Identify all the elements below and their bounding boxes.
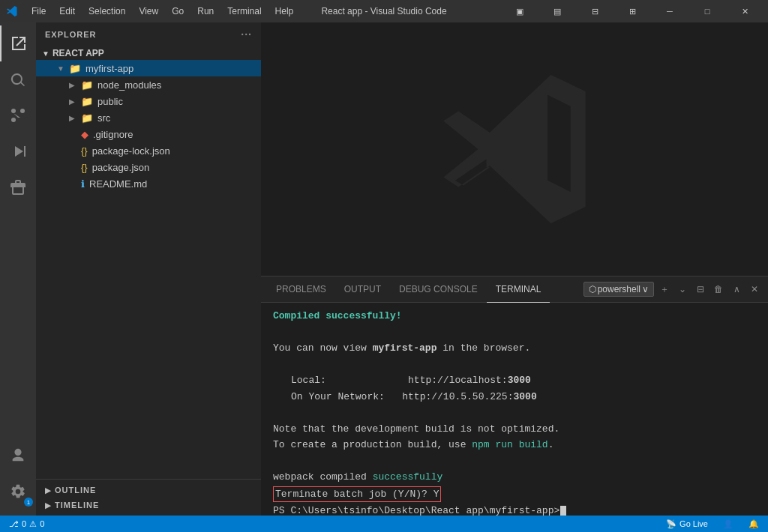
svg-point-0 xyxy=(11,118,16,122)
term-network-url: http://10.5.50.225:3000 xyxy=(402,391,536,402)
menu-file[interactable]: File xyxy=(26,4,52,18)
term-app-name: myfirst-app xyxy=(373,342,437,354)
git-branch-icon: ⎇ xyxy=(9,519,19,529)
tree-item-readme[interactable]: ℹ README.md xyxy=(36,175,261,192)
status-warnings: 0 xyxy=(40,519,44,528)
status-branch[interactable]: ⎇ 0 ⚠ 0 xyxy=(6,516,47,532)
term-webpack-status: successfully xyxy=(373,471,443,483)
sidebar: EXPLORER ··· ▼ REACT APP ▼ 📁 myfirst-app… xyxy=(36,22,261,516)
tree-item-node-modules[interactable]: ▶ 📁 node_modules xyxy=(36,76,261,93)
activity-settings-icon[interactable]: 1 xyxy=(0,474,36,510)
window-controls: ▣ ▤ ⊟ ⊞ ─ □ ✕ xyxy=(502,0,762,22)
editor-top xyxy=(261,22,768,276)
maximize-panel-icon[interactable]: ∧ xyxy=(729,282,744,297)
vscode-logo-icon xyxy=(6,5,18,17)
tree-item-public[interactable]: ▶ 📁 public xyxy=(36,93,261,109)
status-bar-right: 📡 Go Live 👤 🔔 xyxy=(663,516,762,532)
tab-problems[interactable]: PROBLEMS xyxy=(267,276,335,303)
vscode-watermark-icon xyxy=(432,67,597,232)
term-compiled-success: Compiled successfully! xyxy=(273,309,756,324)
tree-item-gitignore[interactable]: ◆ .gitignore xyxy=(36,126,261,142)
activity-bar: 1 xyxy=(0,22,36,516)
main-area: 1 EXPLORER ··· ▼ REACT APP ▼ 📁 myfirst-a… xyxy=(0,22,768,516)
close-panel-icon[interactable]: ✕ xyxy=(747,282,762,297)
folder-icon: 📁 xyxy=(81,79,93,91)
git-icon: ◆ xyxy=(81,129,88,140)
tree-item-package-lock[interactable]: {} package-lock.json xyxy=(36,142,261,159)
outline-section[interactable]: ▶ OUTLINE xyxy=(36,483,261,498)
shell-icon: ⬡ xyxy=(589,284,596,294)
term-webpack-line: webpack compiled successfully xyxy=(273,470,756,485)
tab-debug-console[interactable]: DEBUG CONSOLE xyxy=(390,276,487,303)
menu-help[interactable]: Help xyxy=(269,4,300,18)
panel-actions: ⬡ powershell ∨ ＋ ⌄ ⊟ 🗑 ∧ ✕ xyxy=(584,282,762,297)
go-live-button[interactable]: 📡 Go Live xyxy=(663,516,711,532)
term-cursor xyxy=(560,506,566,516)
terminal-dropdown-icon[interactable]: ⌄ xyxy=(675,282,690,297)
menu-run[interactable]: Run xyxy=(191,4,220,18)
activity-source-control-icon[interactable] xyxy=(0,97,36,133)
layout2-icon[interactable]: ▤ xyxy=(540,0,574,22)
shell-label: powershell xyxy=(598,284,640,294)
menu-selection[interactable]: Selection xyxy=(82,4,131,18)
term-network-label: On Your Network: xyxy=(291,391,396,402)
split-terminal-icon[interactable]: ⊟ xyxy=(693,282,708,297)
tab-output[interactable]: OUTPUT xyxy=(335,276,390,303)
timeline-section[interactable]: ▶ TIMELINE xyxy=(36,498,261,513)
svg-point-1 xyxy=(20,109,25,113)
split-icon[interactable]: ⊟ xyxy=(578,0,612,22)
warning-icon: ⚠ xyxy=(29,519,37,529)
signal-icon: 📡 xyxy=(666,519,676,529)
term-network-port: 3000 xyxy=(513,391,536,402)
terminal-content[interactable]: Compiled successfully! You can now view … xyxy=(261,303,768,516)
activity-account-icon[interactable] xyxy=(0,438,36,474)
account-status-icon[interactable]: 👤 xyxy=(720,516,736,532)
term-prompt-line: PS C:\Users\tsinfo\Desktop\React app\myf… xyxy=(273,504,756,516)
shell-selector[interactable]: ⬡ powershell ∨ xyxy=(584,282,654,297)
activity-run-icon[interactable] xyxy=(0,133,36,169)
react-app-section[interactable]: ▼ REACT APP xyxy=(36,46,261,60)
activity-search-icon[interactable] xyxy=(0,61,36,97)
tree-item-myfirst-app[interactable]: ▼ 📁 myfirst-app xyxy=(36,60,261,76)
tree-item-package-json[interactable]: {} package.json xyxy=(36,159,261,175)
grid-icon[interactable]: ⊞ xyxy=(615,0,650,22)
terminal-panel: PROBLEMS OUTPUT DEBUG CONSOLE TERMINAL ⬡… xyxy=(261,276,768,516)
activity-explorer-icon[interactable] xyxy=(0,25,36,61)
tab-terminal[interactable]: TERMINAL xyxy=(487,276,550,303)
menu-terminal[interactable]: Terminal xyxy=(221,4,267,18)
tree-item-label: package-lock.json xyxy=(92,145,170,157)
term-local-line: Local: http://localhost:3000 xyxy=(291,373,756,388)
maximize-button[interactable]: □ xyxy=(690,0,724,22)
term-local-url: http://localhost:3000 xyxy=(408,375,531,386)
term-terminate-line: Terminate batch job (Y/N)? Y xyxy=(273,486,756,503)
editor-area: PROBLEMS OUTPUT DEBUG CONSOLE TERMINAL ⬡… xyxy=(261,22,768,516)
menu-edit[interactable]: Edit xyxy=(53,4,81,18)
term-blank-4 xyxy=(273,454,756,469)
tree-item-label: myfirst-app xyxy=(86,63,134,74)
activity-extensions-icon[interactable] xyxy=(0,169,36,205)
window-title: React app - Visual Studio Code xyxy=(321,6,446,16)
term-view-line: You can now view myfirst-app in the brow… xyxy=(273,341,756,356)
json-icon: {} xyxy=(81,145,88,157)
close-button[interactable]: ✕ xyxy=(728,0,762,22)
add-terminal-icon[interactable]: ＋ xyxy=(657,282,672,297)
folder-icon: 📁 xyxy=(69,63,81,74)
term-npm-cmd: npm run build xyxy=(472,439,548,450)
kill-terminal-icon[interactable]: 🗑 xyxy=(711,282,726,297)
more-actions-icon[interactable]: ··· xyxy=(241,28,252,40)
layout-icon[interactable]: ▣ xyxy=(502,0,537,22)
tree-item-label: src xyxy=(98,112,110,124)
svg-point-2 xyxy=(11,109,16,113)
settings-badge: 1 xyxy=(24,498,33,507)
tree-item-label: README.md xyxy=(89,178,147,190)
folder-arrow-icon: ▶ xyxy=(69,114,81,122)
menu-go[interactable]: Go xyxy=(166,4,190,18)
notifications-icon[interactable]: 🔔 xyxy=(746,516,762,532)
term-note-line: Note that the development build is not o… xyxy=(273,422,756,437)
folder-icon: 📁 xyxy=(81,96,93,107)
minimize-button[interactable]: ─ xyxy=(652,0,687,22)
sidebar-header-icons: ··· xyxy=(241,28,252,40)
term-local-label: Local: xyxy=(291,375,402,386)
tree-item-src[interactable]: ▶ 📁 src xyxy=(36,109,261,126)
menu-view[interactable]: View xyxy=(133,4,164,18)
